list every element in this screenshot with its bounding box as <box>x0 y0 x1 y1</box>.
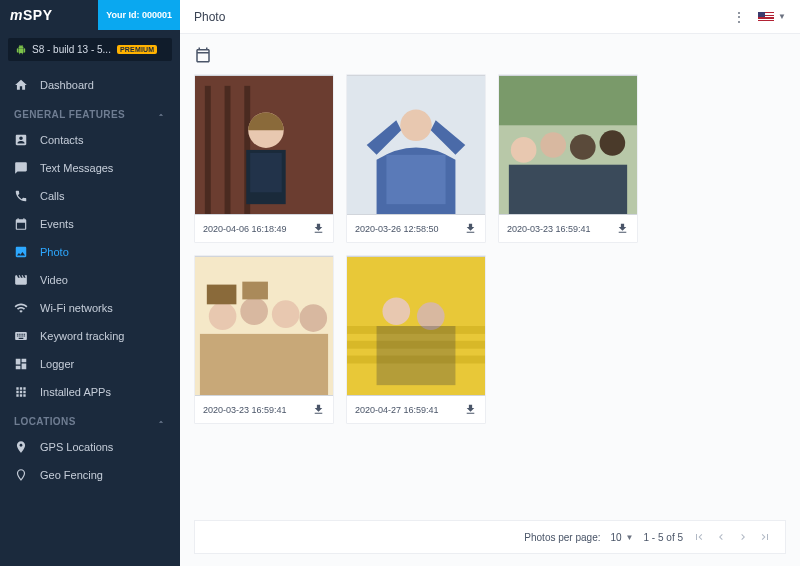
photo-thumbnail <box>195 75 333 215</box>
svg-rect-17 <box>509 165 627 214</box>
brand-name: SPY <box>23 7 53 23</box>
home-icon <box>14 78 28 92</box>
caret-down-icon: ▼ <box>778 12 786 21</box>
per-page-label: Photos per page: <box>524 532 600 543</box>
svg-point-20 <box>240 297 268 325</box>
page-next-icon[interactable] <box>737 531 749 543</box>
download-icon[interactable] <box>464 222 477 235</box>
nav-text-messages[interactable]: Text Messages <box>0 154 180 182</box>
download-icon[interactable] <box>616 222 629 235</box>
photo-thumbnail <box>195 256 333 396</box>
download-icon[interactable] <box>312 403 325 416</box>
nav-apps-label: Installed APPs <box>40 386 111 398</box>
nav-logger-label: Logger <box>40 358 74 370</box>
svg-point-9 <box>400 110 432 142</box>
svg-rect-12 <box>499 76 637 125</box>
device-name: S8 - build 13 - 5... <box>32 44 111 55</box>
flag-us-icon <box>758 12 774 22</box>
svg-point-14 <box>540 132 566 158</box>
section-general-label: GENERAL FEATURES <box>14 109 125 120</box>
nav-contacts[interactable]: Contacts <box>0 126 180 154</box>
contacts-icon <box>14 133 28 147</box>
svg-point-21 <box>272 300 300 328</box>
apps-icon <box>14 385 28 399</box>
download-icon[interactable] <box>464 403 477 416</box>
nav-video[interactable]: Video <box>0 266 180 294</box>
calendar-icon <box>194 46 786 64</box>
photo-card[interactable]: 2020-04-06 16:18:49 <box>194 74 334 243</box>
svg-rect-24 <box>207 285 237 305</box>
brand-logo: mSPY <box>0 0 62 30</box>
date-filter[interactable] <box>194 46 786 64</box>
photo-card[interactable]: 2020-03-23 16:59:41 <box>194 255 334 424</box>
main: Photo ⋮ ▼ 2020-04-06 <box>180 0 800 566</box>
section-locations-label: LOCATIONS <box>14 416 76 427</box>
menu-kebab-icon[interactable]: ⋮ <box>732 9 746 25</box>
section-locations-header[interactable]: LOCATIONS <box>0 406 180 433</box>
logger-icon <box>14 357 28 371</box>
premium-badge: PREMIUM <box>117 45 157 54</box>
nav-video-label: Video <box>40 274 68 286</box>
photo-icon <box>14 245 28 259</box>
nav-gps[interactable]: GPS Locations <box>0 433 180 461</box>
sidebar: mSPY Your Id: 000001 S8 - build 13 - 5..… <box>0 0 180 566</box>
nav-calls-label: Calls <box>40 190 64 202</box>
nav-apps[interactable]: Installed APPs <box>0 378 180 406</box>
photo-card[interactable]: 2020-04-27 16:59:41 <box>346 255 486 424</box>
svg-rect-3 <box>225 86 231 214</box>
photo-card[interactable]: 2020-03-26 12:58:50 <box>346 74 486 243</box>
photo-timestamp: 2020-04-06 16:18:49 <box>203 224 287 234</box>
page-range: 1 - 5 of 5 <box>644 532 683 543</box>
photo-card-footer: 2020-03-23 16:59:41 <box>499 215 637 242</box>
nav-photo[interactable]: Photo <box>0 238 180 266</box>
chevron-up-icon <box>156 417 166 427</box>
chevron-up-icon <box>156 110 166 120</box>
topbar: Photo ⋮ ▼ <box>180 0 800 34</box>
page-prev-icon[interactable] <box>715 531 727 543</box>
nav-events[interactable]: Events <box>0 210 180 238</box>
brand-prefix: m <box>10 7 23 23</box>
photo-timestamp: 2020-04-27 16:59:41 <box>355 405 439 415</box>
nav-photo-label: Photo <box>40 246 69 258</box>
nav-keyword[interactable]: Keyword tracking <box>0 322 180 350</box>
per-page-value: 10 <box>610 532 621 543</box>
nav-geo[interactable]: Geo Fencing <box>0 461 180 489</box>
nav-gps-label: GPS Locations <box>40 441 113 453</box>
photo-card-footer: 2020-03-23 16:59:41 <box>195 396 333 423</box>
per-page-select[interactable]: 10 ▼ <box>610 532 633 543</box>
sms-icon <box>14 161 28 175</box>
photo-card[interactable]: 2020-03-23 16:59:41 <box>498 74 638 243</box>
nav-contacts-label: Contacts <box>40 134 83 146</box>
nav-keyword-label: Keyword tracking <box>40 330 124 342</box>
nav-geo-label: Geo Fencing <box>40 469 103 481</box>
svg-rect-7 <box>250 153 282 192</box>
fence-icon <box>14 468 28 482</box>
svg-point-31 <box>417 302 445 330</box>
nav-logger[interactable]: Logger <box>0 350 180 378</box>
svg-rect-25 <box>242 282 268 300</box>
page-first-icon[interactable] <box>693 531 705 543</box>
section-general-header[interactable]: GENERAL FEATURES <box>0 99 180 126</box>
photo-thumbnail <box>347 75 485 215</box>
nav-calls[interactable]: Calls <box>0 182 180 210</box>
pager-buttons <box>693 531 771 543</box>
svg-point-22 <box>299 304 327 332</box>
photo-timestamp: 2020-03-23 16:59:41 <box>203 405 287 415</box>
pagination-bar: Photos per page: 10 ▼ 1 - 5 of 5 <box>194 520 786 554</box>
svg-point-16 <box>600 130 626 156</box>
brand-row: mSPY Your Id: 000001 <box>0 0 180 30</box>
phone-icon <box>14 189 28 203</box>
device-selector[interactable]: S8 - build 13 - 5... PREMIUM <box>8 38 172 61</box>
nav-events-label: Events <box>40 218 74 230</box>
language-selector[interactable]: ▼ <box>758 12 786 22</box>
video-icon <box>14 273 28 287</box>
photo-timestamp: 2020-03-23 16:59:41 <box>507 224 591 234</box>
calendar-icon <box>14 217 28 231</box>
svg-point-19 <box>209 302 237 330</box>
page-last-icon[interactable] <box>759 531 771 543</box>
download-icon[interactable] <box>312 222 325 235</box>
photo-card-footer: 2020-04-06 16:18:49 <box>195 215 333 242</box>
photo-card-footer: 2020-04-27 16:59:41 <box>347 396 485 423</box>
nav-wifi[interactable]: Wi-Fi networks <box>0 294 180 322</box>
nav-dashboard[interactable]: Dashboard <box>0 71 180 99</box>
